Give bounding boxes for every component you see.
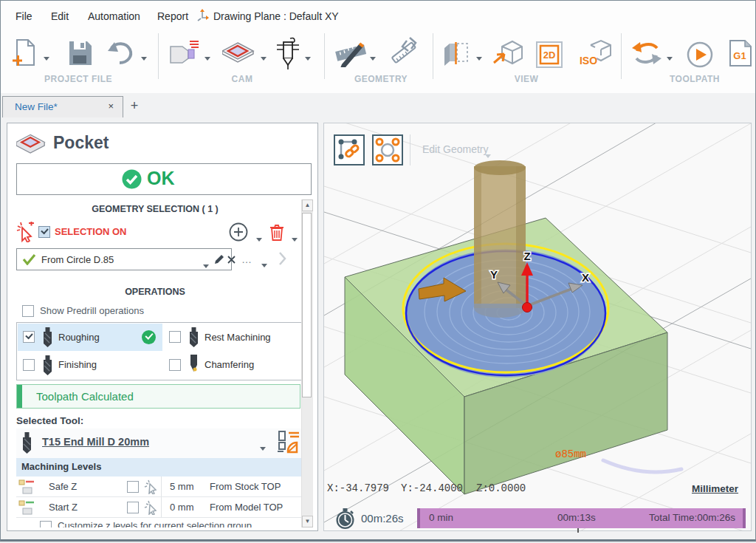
magic-select-icon[interactable] [16, 222, 35, 245]
view-2d-button[interactable]: 2D [535, 41, 563, 72]
edit-geometry-caret[interactable] [485, 148, 491, 161]
sketch-dropdown[interactable] [370, 50, 376, 64]
stock-dropdown[interactable] [205, 50, 210, 64]
operation-roughing[interactable]: Roughing [18, 324, 162, 351]
start-z-value[interactable]: 0 mm [170, 502, 194, 513]
delete-selection-icon[interactable] [269, 223, 285, 245]
drawing-plane-label[interactable]: Drawing Plane : Default XY [213, 10, 339, 22]
timeline-current: 00m:13s [557, 512, 596, 523]
rest-machining-checkbox[interactable] [169, 331, 181, 343]
menu-report[interactable]: Report [157, 10, 188, 22]
status-accent-bar [17, 385, 22, 408]
start-z-label: Start Z [49, 502, 78, 513]
new-tab-button[interactable]: + [126, 98, 142, 114]
edit-geometry-dropdown[interactable]: Edit Geometry [422, 143, 488, 155]
selection-on-checkbox[interactable] [38, 226, 50, 238]
pocket-operation-button[interactable] [222, 42, 255, 69]
viewport-3d[interactable]: Z Y X ø85mm Edit Geometry X:-34.7979 Y:-… [323, 123, 752, 531]
selected-tool-link[interactable]: T15 End Mill D 20mm [42, 436, 149, 448]
safe-z-value[interactable]: 5 mm [170, 481, 194, 492]
operation-rest-machining[interactable]: Rest Machining [162, 324, 302, 351]
drawing-plane-icon[interactable] [195, 8, 210, 26]
coordinate-x: X:-34.7979 [327, 482, 389, 494]
menu-automation[interactable]: Automation [88, 10, 140, 22]
tool-dropdown[interactable] [260, 440, 266, 454]
clear-selection-icon[interactable] [227, 254, 236, 267]
pocket-dropdown[interactable] [261, 50, 267, 64]
section-view-dropdown[interactable] [476, 50, 482, 64]
edit-selection-icon[interactable] [213, 253, 225, 268]
safe-z-checkbox[interactable] [127, 481, 139, 493]
timeline-tick[interactable] [577, 528, 579, 533]
ok-button[interactable]: OK [16, 163, 312, 195]
measure-button[interactable] [389, 36, 419, 72]
selection-combo[interactable]: From Circle D.85 [16, 248, 232, 270]
scroll-down-button[interactable]: ▼ [302, 516, 313, 527]
pick-point-icon[interactable] [144, 500, 159, 518]
point-pattern-button[interactable] [372, 134, 403, 165]
tab-close-icon[interactable]: × [108, 100, 114, 112]
simulate-play-button[interactable] [686, 41, 714, 72]
stock-setup-button[interactable] [169, 39, 200, 70]
tab-label: New File* [15, 101, 58, 112]
drill-operation-button[interactable] [275, 36, 300, 73]
show-predrill-checkbox[interactable] [22, 305, 34, 317]
units-link[interactable]: Millimeter [692, 483, 738, 494]
more-options-dropdown[interactable] [261, 257, 267, 270]
sketch-geometry-button[interactable] [334, 39, 367, 70]
finishing-label: Finishing [58, 359, 97, 370]
toolbar-divider [410, 134, 410, 165]
ok-label: OK [147, 168, 175, 189]
feeds-speeds-icon[interactable] [276, 430, 301, 458]
selection-combo-dropdown[interactable] [203, 258, 209, 271]
pick-point-icon[interactable] [144, 479, 159, 497]
chamfering-checkbox[interactable] [169, 359, 181, 371]
menu-edit[interactable]: Edit [51, 10, 69, 22]
save-button[interactable] [67, 39, 92, 69]
panel-scrollbar[interactable]: ▲ ▼ [301, 199, 313, 527]
regenerate-dropdown[interactable] [667, 50, 673, 64]
rapid-move-path [603, 460, 681, 472]
menu-file[interactable]: File [16, 10, 32, 22]
level-row-safe-z: Safe Z 5 mm From Stock TOP [16, 477, 303, 497]
gcode-button[interactable]: G1 [728, 39, 753, 70]
safe-z-reference[interactable]: From Stock TOP [210, 481, 281, 492]
tab-new-file[interactable]: New File* × [2, 96, 123, 117]
expand-chevron-icon[interactable] [278, 251, 286, 269]
start-z-checkbox[interactable] [127, 502, 139, 513]
new-project-button[interactable] [11, 38, 38, 70]
regenerate-toolpath-button[interactable] [630, 39, 664, 70]
add-selection-dropdown[interactable] [256, 231, 262, 245]
customize-levels-label: Customize z levels for current selection… [58, 520, 252, 527]
scrollbar-thumb[interactable] [302, 213, 312, 397]
safe-z-label: Safe Z [49, 481, 77, 492]
section-view-button[interactable] [442, 41, 470, 70]
simulation-timeline[interactable]: 0 min 00m:13s Total Time:00m:26s [417, 508, 746, 528]
customize-levels-checkbox[interactable] [40, 521, 52, 527]
undo-dropdown[interactable] [141, 50, 147, 64]
view-iso-button[interactable]: ISO [578, 39, 612, 72]
endmill-icon [42, 355, 53, 378]
normal-to-view-button[interactable] [492, 39, 523, 72]
roughing-checkbox[interactable] [23, 331, 35, 343]
partial-row: Customize z levels for current selection… [16, 519, 297, 527]
undo-button[interactable] [106, 41, 135, 69]
operation-finishing[interactable]: Finishing [18, 352, 162, 380]
add-selection-icon[interactable] [229, 222, 248, 245]
new-project-dropdown[interactable] [44, 50, 49, 64]
geometry-selection-header: GEOMETRY SELECTION ( 1 ) [7, 204, 303, 214]
app-window: File Edit Automation Report Drawing Plan… [0, 0, 756, 542]
link-geometry-button[interactable] [334, 134, 365, 165]
selection-on-label: SELECTION ON [55, 226, 127, 237]
drill-dropdown[interactable] [305, 50, 311, 64]
valid-check-icon [22, 253, 36, 268]
row-divider [161, 497, 162, 517]
finishing-checkbox[interactable] [23, 359, 35, 371]
selection-combo-value: From Circle D.85 [41, 254, 114, 265]
start-z-reference[interactable]: From Model TOP [210, 502, 283, 513]
operation-chamfering[interactable]: Chamfering [162, 352, 302, 380]
coordinate-z: Z:0.0000 [476, 482, 526, 494]
scroll-up-button[interactable]: ▲ [302, 199, 313, 211]
more-options-icon[interactable]: … [241, 253, 252, 265]
delete-selection-dropdown[interactable] [292, 231, 298, 245]
